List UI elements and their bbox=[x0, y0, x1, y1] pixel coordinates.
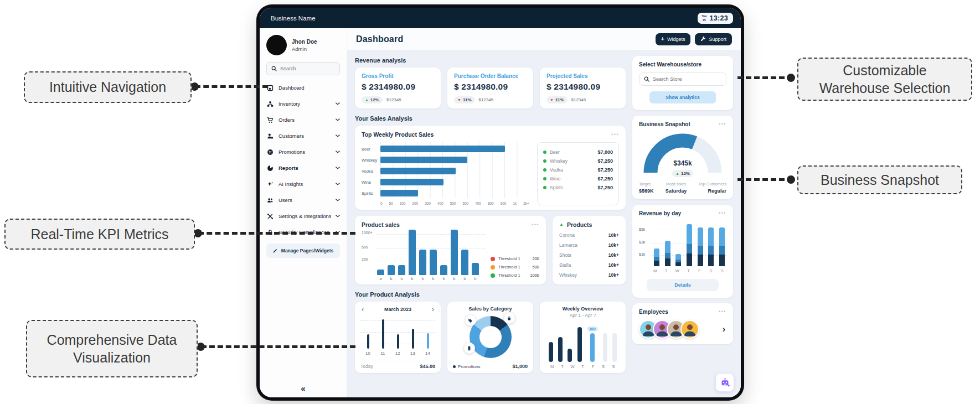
legend-name: Wine bbox=[550, 176, 594, 182]
kpi-card: Projected Sales$ 2314980.09▼11%$12345 bbox=[540, 68, 626, 108]
employee-avatars bbox=[639, 320, 699, 339]
more-menu-icon[interactable]: ••• bbox=[611, 132, 619, 137]
day-label: S bbox=[719, 268, 725, 273]
snapshot-delta: ▲ 12% bbox=[672, 170, 693, 177]
today-amount: $45.00 bbox=[420, 364, 435, 369]
chevron-down-icon bbox=[336, 134, 340, 137]
clock-widget[interactable]: Tue 15 13:23 bbox=[698, 13, 733, 24]
sidebar-item-reports[interactable]: Reports bbox=[266, 160, 340, 176]
legend-value: $7,250 bbox=[597, 158, 613, 164]
kpi-secondary: $12345 bbox=[479, 97, 494, 102]
kpi-value: $ 2314980.09 bbox=[454, 82, 527, 92]
callout-line-dot bbox=[197, 343, 205, 351]
next-month-button[interactable]: › bbox=[431, 306, 435, 313]
more-menu-icon[interactable]: ••• bbox=[719, 122, 726, 127]
bar-label: Vodka bbox=[362, 169, 380, 174]
widgets-button[interactable]: + Widgets bbox=[656, 33, 691, 45]
chevron-right-icon[interactable]: › bbox=[723, 325, 726, 334]
sidebar-item-label: Reports bbox=[278, 165, 331, 171]
callout-comprehensive-data-visualization: Comprehensive Data Visualization bbox=[26, 320, 198, 377]
kpi-card: Gross Profit$ 2314980.09▲12%$12345 bbox=[355, 68, 441, 108]
sidebar-item-settings[interactable]: Settings & Integrations bbox=[266, 208, 340, 224]
stat-value: Regular bbox=[699, 188, 726, 194]
more-menu-icon[interactable]: ••• bbox=[532, 222, 539, 227]
hbar-row: Wine bbox=[362, 178, 530, 187]
trend-up-icon: ▲ bbox=[559, 222, 564, 227]
bar bbox=[409, 230, 416, 275]
kpi-delta: ▼11% bbox=[546, 96, 568, 103]
sidebar-item-orders[interactable]: Orders bbox=[266, 112, 340, 128]
employee-avatar[interactable] bbox=[680, 320, 699, 339]
main-header: Dashboard + Widgets Support bbox=[347, 28, 741, 50]
x-tick: 900 bbox=[501, 201, 507, 205]
details-button[interactable]: Details bbox=[647, 279, 719, 291]
hbar-row: Whiskey bbox=[362, 156, 530, 164]
section-sales-analysis: Your Sales Analysis bbox=[355, 115, 626, 122]
card-title: Product sales bbox=[362, 221, 400, 228]
thresholds-legend: Threshold 1200Threshold 1500Threshold 11… bbox=[491, 253, 539, 278]
kpi-value: $ 2314980.09 bbox=[362, 82, 434, 92]
support-button[interactable]: Support bbox=[695, 33, 732, 45]
sidebar-item-dashboard[interactable]: Dashboard bbox=[266, 80, 340, 96]
prev-month-button[interactable]: ‹ bbox=[360, 306, 365, 313]
store-search[interactable] bbox=[639, 72, 726, 86]
bar-column bbox=[451, 230, 458, 275]
callout-line-dot bbox=[787, 175, 795, 184]
callout-line-dot bbox=[787, 74, 795, 82]
more-menu-icon[interactable]: ••• bbox=[719, 211, 726, 216]
category-donut-chart bbox=[470, 316, 512, 358]
user-profile[interactable]: Jhon Doe Admin bbox=[266, 35, 340, 55]
bar bbox=[472, 263, 479, 275]
product-name: Corona bbox=[559, 232, 575, 238]
x-tick: b bbox=[388, 277, 395, 281]
bar bbox=[412, 329, 414, 349]
bar bbox=[377, 270, 384, 275]
customers-icon bbox=[266, 133, 274, 139]
x-tick: a bbox=[377, 277, 384, 281]
plus-icon: + bbox=[661, 36, 664, 42]
card-title: Top Weekly Product Sales bbox=[362, 131, 434, 138]
card-title: Business Snapshot bbox=[639, 121, 690, 127]
sidebar-item-customers[interactable]: Customers bbox=[266, 128, 340, 144]
manage-pages-widgets-button[interactable]: Manage Pages/Widgets bbox=[266, 244, 340, 258]
hbar-row: Vodka bbox=[362, 167, 530, 175]
right-rail: Select Warehouse/store Show analytics Bu… bbox=[632, 56, 733, 393]
bag-icon bbox=[504, 313, 515, 324]
stacked-bar bbox=[698, 227, 703, 266]
chatbot-button[interactable] bbox=[715, 373, 734, 392]
sidebar-item-inventory[interactable]: Inventory bbox=[266, 96, 340, 112]
calendar-days: 1011121314 bbox=[360, 351, 435, 356]
search-input[interactable] bbox=[280, 66, 335, 71]
sidebar-item-ai-insights[interactable]: AI Insights bbox=[266, 176, 340, 192]
bar-column bbox=[612, 320, 617, 362]
revenue-by-day-chart: $5k$3k$1k bbox=[639, 222, 726, 266]
store-search-input[interactable] bbox=[653, 76, 721, 82]
show-analytics-button[interactable]: Show analytics bbox=[649, 91, 716, 103]
y-tick: $3k bbox=[639, 240, 645, 244]
chevron-down-icon bbox=[336, 151, 340, 153]
stat-label: Top Customers bbox=[699, 182, 726, 187]
sidebar-item-label: Inventory bbox=[278, 101, 331, 107]
card-subtitle: Apr 1 - Apr 7 bbox=[545, 313, 620, 318]
kpi-secondary: $12345 bbox=[386, 97, 401, 102]
weekly-overview-days: MTWTFSS bbox=[545, 362, 620, 369]
callout-customizable-warehouse-selection: Customizable Warehouse Selection bbox=[797, 58, 972, 101]
y-axis-ticks: $5k$3k$1k bbox=[639, 222, 649, 266]
products-card: ▲ Products Corona10k+Lamarca10k+Shots10k… bbox=[553, 216, 626, 284]
bar-column bbox=[409, 230, 416, 275]
kpi-value: $ 2314980.09 bbox=[546, 82, 619, 92]
legend-name: Beer bbox=[550, 149, 594, 155]
bar-label: Spirits bbox=[362, 191, 380, 196]
legend-name: Spirits bbox=[550, 185, 594, 190]
legend-name: Whiskey bbox=[550, 158, 594, 164]
sidebar: Jhon Doe Admin DashboardInventoryOrdersC… bbox=[260, 28, 347, 397]
sidebar-item-promotions[interactable]: Promotions bbox=[266, 144, 340, 160]
sidebar-item-users[interactable]: Users bbox=[266, 192, 340, 208]
collapse-sidebar-button[interactable]: « bbox=[266, 381, 340, 394]
product-row: Lamarca10k+ bbox=[559, 242, 619, 248]
product-row: Stella10k+ bbox=[559, 262, 619, 268]
bar bbox=[380, 146, 505, 152]
more-menu-icon[interactable]: ••• bbox=[719, 309, 726, 314]
product-value: 10k+ bbox=[608, 242, 619, 248]
sidebar-search[interactable] bbox=[266, 62, 340, 75]
